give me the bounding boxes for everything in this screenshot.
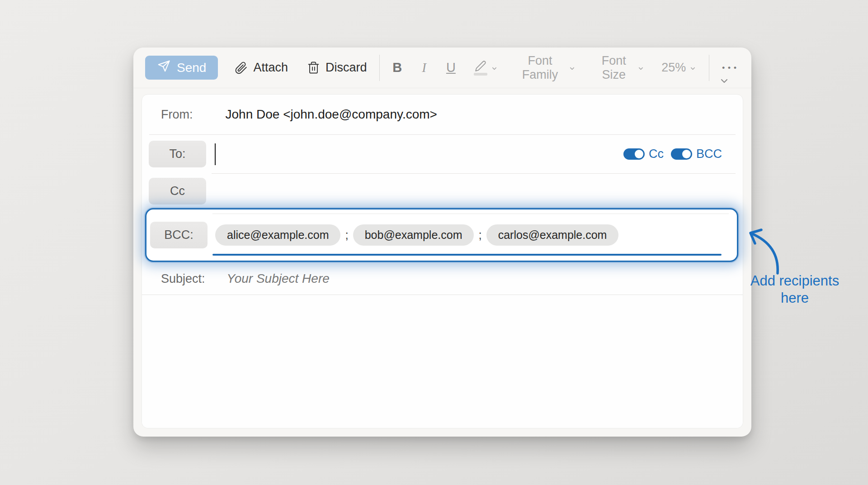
highlight-color-button[interactable] bbox=[474, 60, 498, 76]
recipient-separator: ; bbox=[345, 228, 348, 242]
recipient-chip[interactable]: bob@example.com bbox=[353, 224, 474, 246]
cc-toggle-track bbox=[623, 148, 645, 160]
from-row: From: John Doe <john.doe@company.com> bbox=[142, 95, 743, 134]
cc-input[interactable] bbox=[206, 174, 743, 208]
send-plane-icon bbox=[157, 59, 170, 76]
bcc-toggle-label: BCC bbox=[696, 147, 722, 161]
to-input[interactable] bbox=[216, 135, 623, 173]
curved-arrow-icon bbox=[742, 226, 792, 276]
send-label: Send bbox=[177, 61, 206, 75]
zoom-level-value: 25% bbox=[661, 61, 686, 75]
paperclip-icon bbox=[234, 61, 248, 75]
cc-toggle-label: Cc bbox=[649, 147, 664, 161]
more-options-button[interactable]: ••• bbox=[722, 63, 740, 72]
recipient-separator: ; bbox=[478, 228, 481, 242]
send-button[interactable]: Send bbox=[145, 56, 218, 80]
message-body-input[interactable] bbox=[142, 295, 743, 428]
compose-form: From: John Doe <john.doe@company.com> To… bbox=[142, 94, 743, 428]
toolbar-divider bbox=[709, 55, 709, 81]
bold-button[interactable]: B bbox=[392, 60, 402, 75]
subject-row: Subject: Your Subject Here bbox=[142, 263, 743, 295]
bcc-active-underline bbox=[212, 254, 722, 256]
cc-row: Cc bbox=[142, 174, 743, 208]
font-family-dropdown[interactable]: Font Family bbox=[515, 54, 576, 82]
chevron-down-icon bbox=[491, 60, 498, 75]
attach-button[interactable]: Attach bbox=[234, 61, 288, 75]
bcc-recipient-chips: alice@example.com ; bob@example.com ; ca… bbox=[215, 224, 618, 246]
font-size-label: Font Size bbox=[594, 54, 634, 82]
annotation-line1: Add recipients bbox=[736, 272, 854, 290]
discard-label: Discard bbox=[326, 61, 367, 75]
trash-icon bbox=[307, 61, 320, 74]
compose-window: Send Attach Discard B I U bbox=[133, 48, 751, 437]
font-family-label: Font Family bbox=[515, 54, 565, 82]
subject-label: Subject: bbox=[161, 272, 205, 286]
from-value: John Doe <john.doe@company.com> bbox=[226, 107, 437, 122]
divider bbox=[212, 214, 729, 214]
annotation-line2: here bbox=[736, 290, 854, 307]
chevron-down-icon bbox=[637, 60, 644, 75]
recipient-chip[interactable]: alice@example.com bbox=[215, 224, 340, 246]
annotation-text: Add recipients here bbox=[736, 272, 854, 307]
recipient-chip[interactable]: carlos@example.com bbox=[486, 224, 619, 246]
chevron-down-icon bbox=[569, 60, 576, 75]
bcc-button[interactable]: BCC: bbox=[150, 222, 208, 248]
to-row: To: Cc BCC bbox=[142, 135, 743, 173]
bcc-toggle[interactable]: BCC bbox=[671, 147, 722, 161]
font-size-dropdown[interactable]: Font Size bbox=[594, 54, 644, 82]
italic-button[interactable]: I bbox=[422, 60, 426, 75]
cc-button[interactable]: Cc bbox=[149, 178, 206, 204]
from-label: From: bbox=[161, 108, 193, 122]
subject-input[interactable]: Your Subject Here bbox=[227, 271, 330, 286]
bcc-row-highlighted: BCC: alice@example.com ; bob@example.com… bbox=[145, 208, 738, 262]
discard-button[interactable]: Discard bbox=[307, 61, 367, 75]
collapse-ribbon-chevron-icon[interactable] bbox=[719, 76, 730, 88]
toolbar: Send Attach Discard B I U bbox=[133, 48, 751, 88]
highlighter-icon bbox=[474, 60, 487, 76]
to-button[interactable]: To: bbox=[149, 141, 206, 167]
underline-button[interactable]: U bbox=[446, 60, 456, 75]
bcc-toggle-track bbox=[671, 148, 692, 160]
attach-label: Attach bbox=[253, 61, 288, 75]
recipient-toggles: Cc BCC bbox=[623, 147, 722, 161]
zoom-level-dropdown[interactable]: 25% bbox=[661, 60, 696, 75]
chevron-down-icon bbox=[689, 60, 696, 75]
toolbar-divider bbox=[379, 55, 380, 81]
cc-toggle[interactable]: Cc bbox=[623, 147, 664, 161]
